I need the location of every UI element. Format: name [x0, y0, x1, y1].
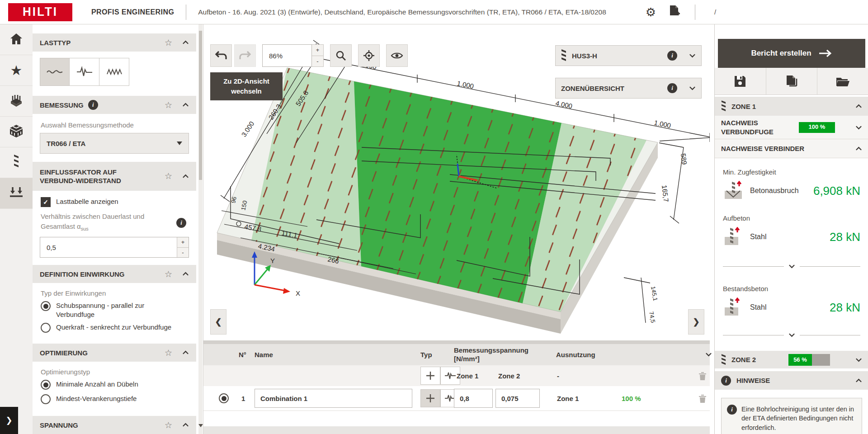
radio-icon[interactable] [41, 323, 51, 333]
row-select-radio[interactable] [219, 393, 229, 403]
prev-view-button[interactable]: ❮ [210, 309, 226, 335]
lasttabelle-checkbox-row[interactable]: ✓ Lasttabelle anzeigen [41, 197, 190, 207]
favorite-star-icon[interactable]: ☆ [165, 269, 172, 279]
radio-selected-icon[interactable] [41, 301, 51, 311]
row-number: 1 [241, 386, 245, 410]
verbinder-row[interactable]: NACHWEISE VERBINDER [715, 139, 868, 158]
radio-querkraft[interactable]: Querkraft - senkrecht zur Verbundfuge [41, 323, 190, 333]
save-button[interactable] [715, 68, 766, 94]
radio-schubspannung[interactable]: Schubspannung - parallel zur Verbundfuge [41, 301, 190, 319]
scrollbar-thumb[interactable] [199, 31, 202, 180]
section-spannung[interactable]: SPANNUNG ☆ [33, 416, 196, 434]
section-definition-einwirkung[interactable]: DEFINITION EINWIRKUNG ☆ [33, 265, 196, 283]
delete-row-icon[interactable] [698, 394, 707, 403]
sigma-input[interactable] [496, 395, 539, 402]
section-optimierung[interactable]: OPTIMIERUNG ☆ [33, 344, 196, 362]
anchor-product-dropdown[interactable]: HUS3-H [555, 45, 702, 66]
combination-name-input[interactable] [255, 395, 412, 402]
checkbox-checked-icon[interactable]: ✓ [41, 197, 51, 207]
chevron-up-icon[interactable] [182, 272, 189, 276]
chevron-up-icon[interactable] [182, 350, 189, 355]
verbundfuge-row[interactable]: NACHWEIS VERBUNDFUGE 100 % [715, 116, 868, 139]
chevron-up-icon[interactable] [182, 174, 189, 179]
favorite-star-icon[interactable]: ☆ [165, 100, 172, 110]
undo-icon [215, 50, 227, 61]
section-lasttyp[interactable]: LASTTYP ☆ [33, 33, 196, 52]
radio-icon[interactable] [41, 394, 51, 404]
settings-gear-icon[interactable]: ⚙ [646, 6, 656, 18]
section-einflussfaktor[interactable]: EINFLUSSFAKTOR AUF VERBUND-WIDERSTAND ☆ [33, 162, 196, 191]
scene-3d[interactable]: 1.000 1.000 4.000 1.000 3.000 260.3 505.… [203, 24, 710, 340]
expand-rail-button[interactable]: ❯ [0, 407, 18, 434]
delete-row-icon[interactable] [698, 372, 707, 381]
stepper-minus-button[interactable]: - [177, 248, 189, 258]
dim-label: 4.000 [555, 99, 573, 110]
hilti-logo[interactable]: HILTI [8, 3, 72, 21]
duplicate-button[interactable] [766, 68, 818, 94]
chevron-up-icon[interactable] [182, 103, 189, 107]
info-icon[interactable] [88, 100, 98, 110]
nav-anchor[interactable] [0, 147, 33, 178]
zoom-stepper: + - [312, 44, 324, 67]
favorite-star-icon[interactable]: ☆ [165, 420, 172, 430]
row-typ-static-button[interactable] [420, 389, 440, 407]
visibility-button[interactable] [386, 44, 408, 67]
chevron-up-icon[interactable] [182, 423, 189, 427]
undo-button[interactable] [210, 44, 232, 67]
nav-loads[interactable] [0, 178, 33, 209]
open-button[interactable] [817, 68, 868, 94]
center-view-button[interactable] [358, 44, 380, 67]
profis-engineering-app: HILTI PROFIS ENGINEERING Aufbeton - 16. … [0, 0, 868, 434]
section-bemessung[interactable]: BEMESSUNG ☆ [33, 96, 196, 114]
favorite-star-icon[interactable]: ☆ [165, 171, 172, 182]
alpha-sus-input[interactable] [40, 244, 167, 251]
zone1-header[interactable]: ZONE 1 [715, 97, 868, 116]
search-zoom-button[interactable] [330, 44, 352, 67]
combination-row[interactable]: 1 [203, 386, 710, 411]
nav-concrete-block[interactable] [0, 117, 33, 147]
table-collapse-chevron[interactable] [705, 352, 712, 357]
next-view-button[interactable]: ❯ [688, 309, 704, 335]
zoom-in-button[interactable]: + [312, 44, 324, 56]
radio-min-anzahl[interactable]: Minimale Anzahl an Dübeln [41, 380, 190, 390]
nav-home[interactable] [0, 24, 33, 55]
chevron-up-icon[interactable] [182, 40, 189, 45]
zone2-header[interactable]: ZONE 2 56 % [715, 348, 868, 368]
zoom-out-button[interactable]: - [312, 56, 324, 67]
lasttyp-seismic-button[interactable] [70, 58, 99, 86]
lasttyp-fatigue-button[interactable] [99, 58, 129, 86]
info-icon[interactable] [667, 83, 677, 93]
hinweise-header[interactable]: HINWEISE [715, 370, 868, 390]
panel-scrollbar[interactable] [198, 24, 203, 434]
zone-overview-dropdown[interactable]: ZONENÜBERSICHT [555, 78, 702, 99]
favorite-star-icon[interactable]: ☆ [165, 348, 172, 358]
method-dropdown[interactable]: TR066 / ETA [40, 133, 189, 154]
info-icon[interactable] [667, 51, 677, 61]
redo-button[interactable] [234, 44, 256, 67]
favorite-star-icon[interactable]: ☆ [165, 38, 172, 48]
info-icon[interactable] [176, 218, 186, 228]
tau-input[interactable] [454, 395, 492, 402]
create-report-button[interactable]: Bericht erstellen [718, 39, 865, 68]
export-file-icon[interactable] [669, 5, 680, 19]
expand-divider[interactable] [723, 333, 860, 337]
col-typ: Typ [420, 344, 432, 365]
lasttyp-static-button[interactable] [40, 58, 70, 86]
dash: - [557, 365, 559, 386]
model-viewport[interactable]: 1.000 1.000 4.000 1.000 3.000 260.3 505.… [203, 24, 710, 340]
zoom-level-field[interactable]: 86% [262, 44, 312, 67]
redo-icon [239, 50, 251, 61]
typ-static-button[interactable] [420, 367, 440, 385]
radio-label: Querkraft - senkrecht zur Verbundfuge [56, 323, 187, 332]
switch-2d-view-button[interactable]: Zu 2D-Ansicht wechseln [210, 72, 283, 100]
radio-selected-icon[interactable] [41, 380, 51, 390]
scrollbar-down-arrow[interactable] [198, 424, 203, 427]
expand-divider[interactable] [723, 264, 860, 269]
nav-baseplate[interactable] [0, 86, 33, 117]
nav-favorites[interactable]: ★ [0, 55, 33, 86]
radio-mindest-tiefe[interactable]: Mindest-Verankerungstiefe [41, 394, 190, 404]
stepper-plus-button[interactable]: + [177, 237, 189, 248]
row-zone: Zone 1 [557, 386, 579, 410]
seismic-load-icon [76, 66, 93, 78]
drill-anchor-icon [721, 354, 726, 366]
